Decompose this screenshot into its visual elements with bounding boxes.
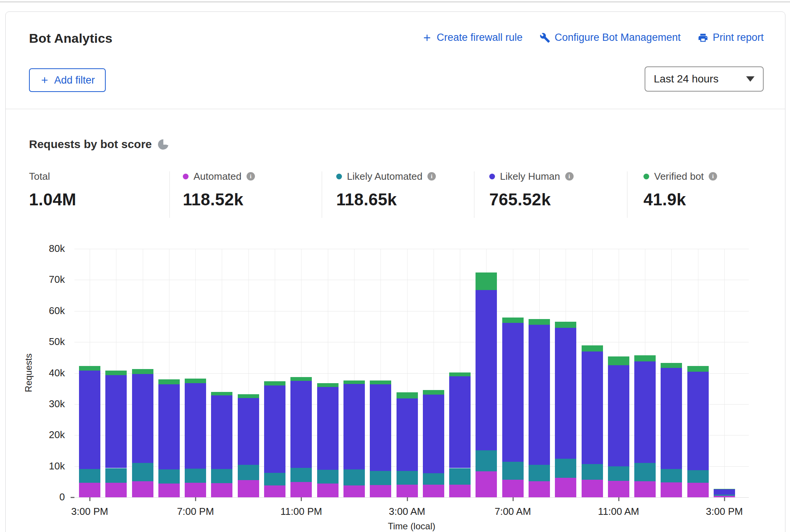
stat-verified-bot: Verified boti41.9k — [643, 170, 717, 209]
info-icon[interactable]: i — [247, 172, 255, 181]
stat-label: Automated — [193, 171, 242, 182]
page-title: Bot Analytics — [29, 31, 113, 46]
printer-icon — [697, 32, 709, 44]
stat-label-row: Likely Humani — [489, 170, 574, 182]
stat-value: 765.52k — [489, 190, 574, 209]
time-range-select[interactable]: Last 24 hours — [645, 66, 764, 92]
stat-likely-human: Likely Humani765.52k — [489, 170, 574, 209]
stat-label: Likely Human — [500, 171, 560, 182]
action-label: Create firewall rule — [437, 32, 522, 44]
legend-dot — [336, 174, 342, 179]
header-actions: Create firewall rule Configure Bot Manag… — [421, 32, 764, 44]
stat-automated: Automatedi118.52k — [183, 170, 255, 209]
time-range-value: Last 24 hours — [654, 73, 719, 85]
legend-dot — [643, 174, 649, 179]
legend-dot — [183, 174, 189, 179]
stat-value: 1.04M — [29, 190, 76, 209]
stat-total: Total1.04M — [29, 170, 76, 209]
stat-divider — [169, 171, 170, 218]
bot-analytics-card: Bot Analytics Create firewall rule Confi… — [5, 11, 785, 532]
plus-icon — [421, 32, 433, 44]
stat-label: Total — [29, 171, 50, 182]
stat-label: Likely Automated — [347, 171, 422, 182]
stat-divider — [627, 171, 627, 218]
stat-divider — [474, 171, 474, 218]
stat-value: 118.52k — [183, 190, 255, 209]
action-label: Configure Bot Management — [555, 32, 680, 44]
info-icon[interactable]: i — [565, 172, 574, 181]
stat-label-row: Likely Automatedi — [336, 170, 436, 182]
page-top-border — [0, 2, 790, 2]
section-title: Requests by bot score — [29, 138, 152, 151]
plus-icon — [40, 75, 50, 85]
print-report-link[interactable]: Print report — [697, 32, 764, 44]
info-icon[interactable]: i — [709, 172, 717, 181]
stat-likely-automated: Likely Automatedi118.65k — [336, 170, 436, 209]
add-filter-button[interactable]: Add filter — [29, 68, 106, 92]
stat-label: Verified bot — [654, 171, 704, 182]
wrench-icon — [539, 32, 551, 44]
configure-bot-management-link[interactable]: Configure Bot Management — [539, 32, 680, 44]
info-icon[interactable]: i — [427, 172, 436, 181]
stat-label-row: Automatedi — [183, 170, 255, 182]
pie-chart-icon — [157, 139, 169, 150]
legend-dot — [489, 174, 495, 179]
section-title-row: Requests by bot score — [29, 138, 168, 151]
stat-label-row: Verified boti — [643, 170, 717, 182]
chevron-down-icon — [746, 76, 755, 82]
header-divider — [6, 109, 785, 109]
stat-divider — [322, 171, 322, 218]
add-filter-label: Add filter — [54, 74, 95, 86]
stat-value: 118.65k — [336, 190, 436, 209]
stat-value: 41.9k — [643, 190, 717, 209]
stat-label-row: Total — [29, 170, 76, 182]
action-label: Print report — [713, 32, 764, 44]
create-firewall-rule-link[interactable]: Create firewall rule — [421, 32, 522, 44]
